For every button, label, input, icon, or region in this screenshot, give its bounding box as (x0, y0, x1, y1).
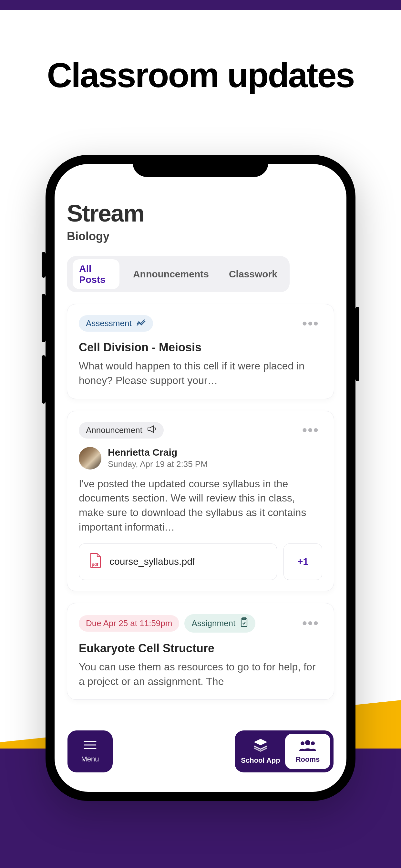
avatar (79, 447, 101, 469)
attachment-filename: course_syllabus.pdf (110, 556, 195, 567)
post-title: Cell Division - Meiosis (79, 341, 322, 354)
hamburger-icon (82, 740, 98, 752)
layers-icon (252, 738, 269, 754)
tab-classwork[interactable]: Classwork (222, 265, 284, 283)
phone-side-button (42, 252, 45, 278)
phone-screen: Stream Biology All Posts Announcements C… (55, 164, 346, 792)
people-icon (298, 739, 317, 753)
svg-point-7 (301, 741, 305, 745)
badge-label: Assignment (191, 618, 235, 628)
bottom-switcher: School App Rooms (235, 731, 334, 772)
badge-due: Due Apr 25 at 11:59pm (79, 615, 179, 631)
badge-label: Announcement (86, 425, 143, 435)
badge-assessment: Assessment (79, 315, 153, 332)
filter-tabs: All Posts Announcements Classwork (67, 256, 289, 292)
hero-title: Classroom updates (0, 55, 401, 95)
megaphone-icon (147, 425, 157, 435)
page-top-bar (0, 0, 401, 10)
phone-side-button (356, 307, 359, 381)
school-app-label: School App (241, 756, 280, 765)
page-subtitle: Biology (67, 229, 334, 243)
phone-side-button (42, 355, 45, 404)
badge-label: Assessment (86, 318, 132, 329)
clipboard-icon (240, 617, 248, 629)
post-body: What would happen to this cell if it wer… (79, 359, 322, 388)
svg-point-8 (311, 741, 315, 745)
post-card[interactable]: Assessment ••• Cell Division - Meiosis (67, 304, 334, 399)
post-title: Eukaryote Cell Structure (79, 642, 322, 655)
school-app-button[interactable]: School App (238, 734, 283, 769)
badge-assignment: Assignment (184, 614, 255, 632)
attachment-more-button[interactable]: +1 (283, 544, 322, 580)
tab-all-posts[interactable]: All Posts (73, 259, 120, 289)
phone-side-button (42, 294, 45, 342)
phone-frame: Stream Biology All Posts Announcements C… (45, 155, 356, 801)
pdf-icon: pdf (89, 553, 102, 570)
attachment-file[interactable]: pdf course_syllabus.pdf (79, 544, 277, 580)
author-name: Henrietta Craig (108, 447, 208, 458)
trend-icon (136, 318, 146, 329)
rooms-button[interactable]: Rooms (285, 734, 330, 769)
post-menu-button[interactable]: ••• (299, 618, 322, 628)
post-body: I've posted the updated course syllabus … (79, 476, 322, 534)
svg-point-6 (305, 740, 310, 745)
due-label: Due Apr 25 at 11:59pm (86, 618, 172, 628)
phone-notch (133, 155, 268, 177)
tab-announcements[interactable]: Announcements (127, 265, 215, 283)
menu-label: Menu (81, 755, 99, 764)
post-date: Sunday, Apr 19 at 2:35 PM (108, 459, 208, 469)
page-title: Stream (67, 199, 334, 227)
post-menu-button[interactable]: ••• (299, 425, 322, 435)
rooms-label: Rooms (296, 755, 320, 764)
svg-text:pdf: pdf (92, 562, 98, 567)
post-body: You can use them as resources to go to f… (79, 660, 322, 689)
badge-announcement: Announcement (79, 422, 164, 438)
post-menu-button[interactable]: ••• (299, 319, 322, 329)
post-card[interactable]: Due Apr 25 at 11:59pm Assignment (67, 603, 334, 700)
menu-button[interactable]: Menu (67, 731, 113, 772)
post-card[interactable]: Announcement ••• (67, 411, 334, 591)
